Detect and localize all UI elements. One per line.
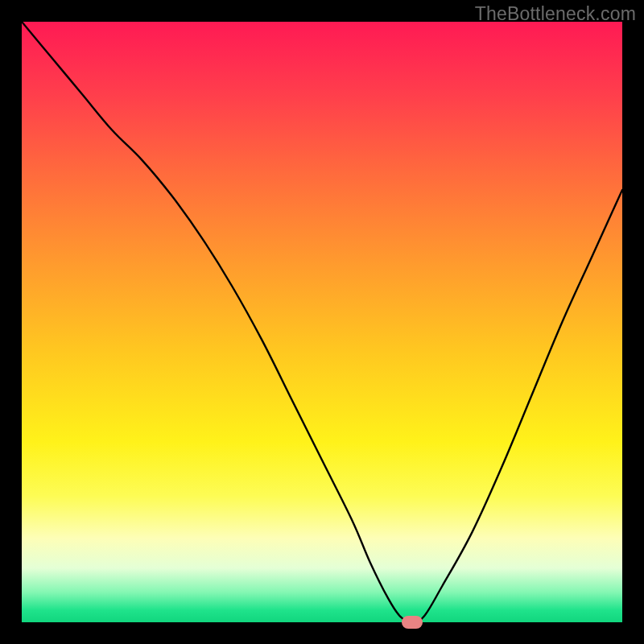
bottleneck-curve <box>22 22 622 622</box>
chart-plot-area <box>22 22 622 622</box>
optimal-marker <box>402 616 423 629</box>
watermark-text: TheBottleneck.com <box>475 3 636 25</box>
chart-frame: TheBottleneck.com <box>0 0 644 644</box>
